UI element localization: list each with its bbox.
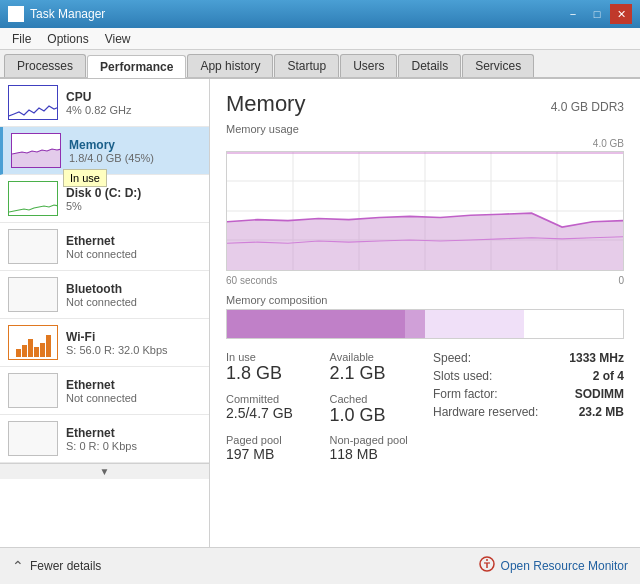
chevron-up-icon: ⌃ [12, 558, 24, 574]
time-right-label: 0 [618, 275, 624, 286]
ethernet3-text: Ethernet S: 0 R: 0 Kbps [66, 426, 137, 452]
memory-tooltip: In use [63, 169, 107, 187]
title-bar: Task Manager − □ ✕ [0, 0, 640, 28]
memory-graph [11, 133, 61, 168]
menu-bar: File Options View [0, 28, 640, 50]
inuse-value: 1.8 GB [226, 363, 314, 385]
fewer-details-label: Fewer details [30, 559, 101, 573]
composition-label: Memory composition [226, 294, 624, 306]
panel-header: Memory 4.0 GB DDR3 [226, 91, 624, 117]
cpu-text: CPU 4% 0.82 GHz [66, 90, 131, 116]
sidebar-item-ethernet1[interactable]: Ethernet Not connected [0, 223, 209, 271]
sidebar: CPU 4% 0.82 GHz Memory 1.8/4.0 GB (45%) … [0, 79, 210, 547]
stat-committed: Committed 2.5/4.7 GB [226, 393, 314, 427]
sidebar-item-cpu[interactable]: CPU 4% 0.82 GHz [0, 79, 209, 127]
open-resource-monitor-button[interactable]: Open Resource Monitor [479, 556, 628, 575]
slots-value: 2 of 4 [593, 369, 624, 383]
close-button[interactable]: ✕ [610, 4, 632, 24]
menu-options[interactable]: Options [39, 30, 96, 48]
menu-view[interactable]: View [97, 30, 139, 48]
memory-usage-graph [226, 151, 624, 271]
graph-time-labels: 60 seconds 0 [226, 275, 624, 286]
sidebar-item-ethernet2[interactable]: Ethernet Not connected [0, 367, 209, 415]
stat-hw-reserved: Hardware reserved: 23.2 MB [433, 405, 624, 419]
comp-standby [425, 310, 524, 338]
ethernet3-value: S: 0 R: 0 Kbps [66, 440, 137, 452]
ethernet1-label: Ethernet [66, 234, 137, 248]
sidebar-scroll-down[interactable]: ▼ [0, 463, 209, 479]
available-label: Available [330, 351, 418, 363]
disk-label: Disk 0 (C: D:) [66, 186, 141, 200]
main-content: CPU 4% 0.82 GHz Memory 1.8/4.0 GB (45%) … [0, 79, 640, 547]
ethernet2-text: Ethernet Not connected [66, 378, 137, 404]
stat-speed: Speed: 1333 MHz [433, 351, 624, 365]
wifi-graph [8, 325, 58, 360]
paged-pool-value: 197 MB [226, 446, 314, 463]
wifi-value: S: 56.0 R: 32.0 Kbps [66, 344, 168, 356]
stat-slots: Slots used: 2 of 4 [433, 369, 624, 383]
open-monitor-label: Open Resource Monitor [501, 559, 628, 573]
tab-performance[interactable]: Performance [87, 55, 186, 78]
form-label: Form factor: [433, 387, 498, 401]
stats-left: In use 1.8 GB Available 2.1 GB Committed… [226, 351, 417, 471]
sidebar-item-ethernet3[interactable]: Ethernet S: 0 R: 0 Kbps [0, 415, 209, 463]
right-stats-list: Speed: 1333 MHz Slots used: 2 of 4 Form … [433, 351, 624, 419]
stats-right: Speed: 1333 MHz Slots used: 2 of 4 Form … [433, 351, 624, 471]
available-value: 2.1 GB [330, 363, 418, 385]
usage-label: Memory usage [226, 123, 624, 135]
tab-startup[interactable]: Startup [274, 54, 339, 77]
minimize-button[interactable]: − [562, 4, 584, 24]
tab-app-history[interactable]: App history [187, 54, 273, 77]
window-controls: − □ ✕ [562, 4, 632, 24]
ethernet1-graph [8, 229, 58, 264]
bluetooth-text: Bluetooth Not connected [66, 282, 137, 308]
panel-title: Memory [226, 91, 305, 117]
time-left-label: 60 seconds [226, 275, 277, 286]
right-panel: Memory 4.0 GB DDR3 Memory usage 4.0 GB [210, 79, 640, 547]
stat-non-paged: Non-paged pool 118 MB [330, 434, 418, 463]
app-icon [8, 6, 24, 22]
tab-processes[interactable]: Processes [4, 54, 86, 77]
sidebar-item-memory[interactable]: Memory 1.8/4.0 GB (45%) In use [0, 127, 209, 175]
hw-reserved-label: Hardware reserved: [433, 405, 538, 419]
ethernet2-label: Ethernet [66, 378, 137, 392]
ethernet1-text: Ethernet Not connected [66, 234, 137, 260]
panel-subtitle: 4.0 GB DDR3 [551, 100, 624, 114]
stat-inuse: In use 1.8 GB [226, 351, 314, 385]
sidebar-item-wifi[interactable]: Wi-Fi S: 56.0 R: 32.0 Kbps [0, 319, 209, 367]
stats-section: In use 1.8 GB Available 2.1 GB Committed… [226, 351, 624, 471]
committed-value: 2.5/4.7 GB [226, 405, 314, 422]
hw-reserved-value: 23.2 MB [579, 405, 624, 419]
cpu-label: CPU [66, 90, 131, 104]
tab-details[interactable]: Details [398, 54, 461, 77]
cached-label: Cached [330, 393, 418, 405]
status-bar: ⌃ Fewer details Open Resource Monitor [0, 547, 640, 583]
fewer-details-button[interactable]: ⌃ Fewer details [12, 558, 101, 574]
cpu-graph [8, 85, 58, 120]
disk-value: 5% [66, 200, 141, 212]
speed-label: Speed: [433, 351, 471, 365]
non-paged-label: Non-paged pool [330, 434, 418, 446]
maximize-button[interactable]: □ [586, 4, 608, 24]
window-title: Task Manager [30, 7, 105, 21]
sidebar-item-bluetooth[interactable]: Bluetooth Not connected [0, 271, 209, 319]
tab-users[interactable]: Users [340, 54, 397, 77]
ethernet2-graph [8, 373, 58, 408]
title-bar-left: Task Manager [8, 6, 105, 22]
ethernet3-label: Ethernet [66, 426, 137, 440]
ethernet3-graph [8, 421, 58, 456]
memory-composition-bar [226, 309, 624, 339]
comp-free [524, 310, 623, 338]
ethernet2-value: Not connected [66, 392, 137, 404]
wifi-label: Wi-Fi [66, 330, 168, 344]
slots-label: Slots used: [433, 369, 492, 383]
non-paged-value: 118 MB [330, 446, 418, 463]
disk-text: Disk 0 (C: D:) 5% [66, 186, 141, 212]
comp-modified [405, 310, 425, 338]
tab-services[interactable]: Services [462, 54, 534, 77]
monitor-icon [479, 556, 495, 575]
cpu-value: 4% 0.82 GHz [66, 104, 131, 116]
bluetooth-label: Bluetooth [66, 282, 137, 296]
menu-file[interactable]: File [4, 30, 39, 48]
inuse-label: In use [226, 351, 314, 363]
